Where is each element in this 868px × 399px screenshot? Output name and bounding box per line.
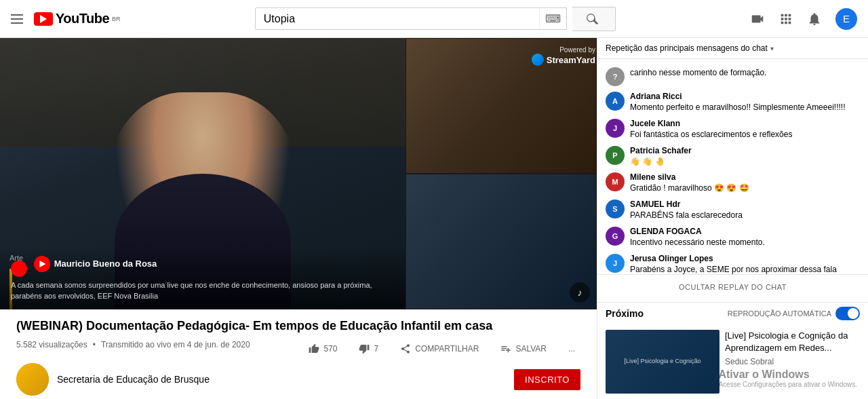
message-author: Jerusa Olinger Lopes: [630, 254, 860, 263]
message-avatar: M: [606, 172, 625, 191]
message-text: Incentivo necessário neste momento.: [630, 237, 860, 248]
message-content: Patricia Schafer 👋 👋 🤚: [630, 146, 860, 168]
chat-message: J Jerusa Olinger Lopes Parabéns a Joyce,…: [597, 251, 868, 274]
message-text: Foi fantástica os esclarecimentos e refl…: [630, 129, 860, 140]
video-player[interactable]: Powered by StreamYard Arte: [0, 38, 597, 309]
message-author: Adriana Ricci: [630, 92, 860, 101]
notifications-icon[interactable]: [807, 12, 822, 26]
camera-icon[interactable]: [750, 12, 765, 26]
header-right: E: [750, 8, 857, 30]
message-text: Momento perfeito e maravilhoso!! Simples…: [630, 102, 860, 113]
search-input[interactable]: [256, 9, 539, 29]
chat-message: G GLENDA FOGACA Incentivo necessário nes…: [597, 224, 868, 251]
message-text: Parabéns a Joyce, a SEME por nos aproxim…: [630, 264, 860, 274]
share-button[interactable]: COMPARTILHAR: [395, 341, 484, 357]
youtube-logo-icon: [34, 12, 53, 26]
message-content: Jerusa Olinger Lopes Parabéns a Joyce, a…: [630, 254, 860, 274]
main-content: Powered by StreamYard Arte: [0, 38, 868, 399]
header: YouTubeBR ⌨ E: [0, 0, 868, 38]
video-title: (WEBINAR) Documentação Pedagógica- Em te…: [16, 318, 580, 335]
header-left: YouTubeBR: [11, 11, 121, 26]
message-text: carinho nesse momento de formação.: [630, 67, 860, 79]
message-content: Milene silva Gratidão ! maravilhoso 😍 😍 …: [630, 172, 860, 194]
message-text: PARABÉNS fala esclarecedora: [630, 210, 860, 221]
message-text: Gratidão ! maravilhoso 😍 😍 🤩: [630, 183, 860, 194]
autoplay-toggle[interactable]: [835, 307, 860, 320]
chat-message: ? carinho nesse momento de formação.: [597, 64, 868, 89]
windows-watermark: Ativar o Windows Acesse Configurações pa…: [718, 368, 857, 388]
logo-country: BR: [112, 16, 121, 22]
speaker-message: A cada semana somos surpreendidos por um…: [11, 280, 395, 301]
message-content: SAMUEL Hdr PARABÉNS fala esclarecedora: [630, 200, 860, 221]
channel-name[interactable]: Secretaria de Educação de Brusque: [57, 374, 210, 385]
avatar[interactable]: E: [835, 8, 857, 30]
chat-message: J Jucele Klann Foi fantástica os esclare…: [597, 116, 868, 143]
chat-footer: OCULTAR REPLAY DO CHAT: [597, 274, 868, 299]
next-header: Próximo: [606, 308, 644, 319]
message-author: Jucele Klann: [630, 119, 860, 128]
menu-icon[interactable]: [11, 14, 23, 24]
channel-avatar[interactable]: [16, 363, 49, 396]
more-button[interactable]: ...: [563, 341, 580, 356]
message-author: Patricia Schafer: [630, 146, 860, 155]
chat-message: M Milene silva Gratidão ! maravilhoso 😍 …: [597, 170, 868, 197]
streamyard-icon: [532, 54, 544, 66]
video-actions: 570 7 COMPARTILHAR SALVAR: [303, 341, 580, 357]
chevron-down-icon[interactable]: ▾: [770, 45, 774, 52]
message-author: Milene silva: [630, 172, 860, 182]
side-video-2: [406, 174, 597, 309]
video-stats: 5.582 visualizações • Transmitido ao viv…: [16, 340, 256, 349]
content-area: Powered by StreamYard Arte: [0, 38, 597, 399]
keyboard-button[interactable]: ⌨: [539, 8, 566, 29]
next-video-title: [Live] Psicologia e Cognição da Aprendiz…: [725, 330, 860, 354]
chat-header-title: Repetição das principais mensagens do ch…: [606, 43, 774, 53]
chat-message: S SAMUEL Hdr PARABÉNS fala esclarecedora: [597, 197, 868, 224]
message-content: GLENDA FOGACA Incentivo necessário neste…: [630, 227, 860, 248]
like-button[interactable]: 570: [303, 341, 342, 357]
message-content: Adriana Ricci Momento perfeito e maravil…: [630, 92, 860, 113]
autoplay-label: REPRODUÇÃO AUTOMÁTICA: [728, 309, 831, 318]
hide-replay-button[interactable]: OCULTAR REPLAY DO CHAT: [606, 280, 860, 294]
video-frame: Powered by StreamYard Arte: [0, 38, 597, 309]
chat-sidebar: Repetição das principais mensagens do ch…: [597, 38, 868, 399]
next-video-thumbnail: [Live] Psicologia e Cognição: [606, 330, 719, 394]
video-meta-row: 5.582 visualizações • Transmitido ao viv…: [16, 340, 580, 358]
header-center: ⌨: [121, 7, 750, 31]
chat-message: P Patricia Schafer 👋 👋 🤚: [597, 143, 868, 170]
message-avatar: G: [606, 227, 625, 246]
message-content: Jucele Klann Foi fantástica os esclareci…: [630, 119, 860, 140]
side-videos: [406, 38, 597, 309]
apps-icon[interactable]: [778, 12, 793, 26]
message-avatar: A: [606, 92, 625, 111]
dot-separator: •: [93, 340, 96, 349]
video-info: (WEBINAR) Documentação Pedagógica- Em te…: [0, 309, 597, 363]
message-avatar: ?: [606, 67, 625, 86]
message-text: 👋 👋 🤚: [630, 156, 860, 168]
message-author: SAMUEL Hdr: [630, 200, 860, 209]
chat-messages[interactable]: ? carinho nesse momento de formação. A A…: [597, 59, 868, 274]
logo-text: YouTube: [56, 11, 109, 26]
channel-row: Secretaria de Educação de Brusque INSCRI…: [0, 363, 597, 399]
next-video-channel: Seduc Sobral: [725, 357, 860, 366]
speaker-name: Mauricio Bueno da Rosa: [11, 256, 395, 278]
subscribe-button[interactable]: INSCRITO: [514, 369, 580, 390]
music-note-icon: ♪: [570, 282, 590, 303]
search-button[interactable]: [572, 7, 616, 31]
search-icon: [587, 12, 600, 26]
powered-by-badge: Powered by StreamYard: [532, 46, 595, 66]
save-button[interactable]: SALVAR: [495, 341, 552, 357]
chat-header: Repetição das principais mensagens do ch…: [597, 38, 868, 59]
message-avatar: P: [606, 146, 625, 165]
message-avatar: J: [606, 254, 625, 273]
message-avatar: J: [606, 119, 625, 138]
chat-message: A Adriana Ricci Momento perfeito e marav…: [597, 89, 868, 116]
message-content: carinho nesse momento de formação.: [630, 67, 860, 79]
logo[interactable]: YouTubeBR: [34, 11, 121, 26]
speaker-info-overlay: Mauricio Bueno da Rosa A cada semana som…: [0, 248, 406, 309]
search-bar: ⌨: [255, 7, 567, 30]
message-author: GLENDA FOGACA: [630, 227, 860, 236]
streamyard-logo: StreamYard: [532, 54, 595, 66]
next-thumb-content: [Live] Psicologia e Cognição: [606, 330, 719, 394]
dislike-button[interactable]: 7: [353, 341, 384, 357]
message-avatar: S: [606, 200, 625, 218]
